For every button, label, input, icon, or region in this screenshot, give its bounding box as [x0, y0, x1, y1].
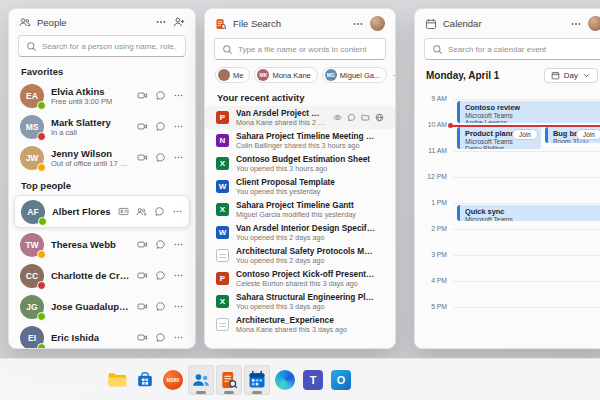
day-view-grid[interactable]: 9 AM10 AM11 AM12 PM1 PM2 PM3 PM4 PM5 PM … — [419, 87, 600, 345]
video-icon[interactable] — [137, 332, 148, 343]
person-row[interactable]: AF Albert Flores — [14, 195, 190, 228]
user-avatar[interactable] — [370, 16, 385, 31]
video-icon[interactable] — [137, 90, 148, 101]
eye-icon[interactable] — [333, 113, 342, 122]
onenote-file-icon: N — [216, 134, 229, 147]
more-icon[interactable] — [155, 16, 167, 28]
more-icon[interactable] — [173, 332, 184, 343]
file-row[interactable]: P Van Arsdel Project Overview... Mona Ka… — [205, 106, 395, 129]
more-icon[interactable] — [173, 90, 184, 101]
taskbar-outlook-icon[interactable]: O — [328, 365, 354, 395]
person-row[interactable]: CC Charlotte de Crum — [9, 260, 195, 291]
person-row[interactable]: EI Eric Ishida — [9, 322, 195, 349]
more-icon[interactable] — [352, 18, 364, 30]
chat-icon[interactable] — [347, 113, 356, 122]
file-row[interactable]: X Contoso Budget Estimation Sheet You op… — [205, 152, 395, 175]
folder-icon[interactable] — [361, 113, 370, 122]
person-filter-chip[interactable]: MG Miguel Ga... — [322, 67, 387, 83]
chat-icon[interactable] — [155, 270, 166, 281]
person-add-icon[interactable] — [173, 16, 185, 28]
taskbar-people-icon[interactable] — [188, 365, 214, 395]
people-search[interactable] — [18, 35, 186, 57]
person-name: Jose Guadalupe De la Torre — [51, 301, 130, 312]
more-icon[interactable] — [173, 301, 184, 312]
taskbar-explorer-icon[interactable] — [104, 365, 130, 395]
word-file-icon: W — [216, 226, 229, 239]
file-subtitle: You opened this yesterday — [236, 187, 335, 196]
more-icon[interactable] — [570, 18, 582, 30]
file-search-box[interactable] — [214, 38, 386, 60]
video-icon[interactable] — [137, 270, 148, 281]
more-icon[interactable] — [173, 121, 184, 132]
chat-icon[interactable] — [155, 90, 166, 101]
person-row[interactable]: JW Jenny Wilson Out of office until 17 J… — [9, 142, 195, 173]
file-row[interactable]: W Client Proposal Template You opened th… — [205, 175, 395, 198]
calendar-event[interactable]: Join Bug bash Room 31/32 Beata Zhao — [545, 127, 600, 143]
user-avatar[interactable] — [588, 16, 600, 31]
chat-icon[interactable] — [155, 332, 166, 343]
chat-icon[interactable] — [155, 121, 166, 132]
more-icon[interactable] — [172, 206, 183, 217]
person-filter-chip[interactable]: Me — [215, 67, 250, 83]
taskbar-filesearch-icon[interactable] — [216, 365, 242, 395]
calendar-date-row: Monday, April 1 Day — [415, 62, 600, 85]
person-row[interactable]: TW Theresa Webb — [9, 229, 195, 260]
calendar-widget: Calendar Monday, April 1 Day 9 AM10 AM11… — [414, 8, 600, 349]
view-selector-button[interactable]: Day — [544, 68, 598, 83]
more-people-chip[interactable]: +4 — [391, 71, 395, 80]
chat-icon[interactable] — [154, 206, 165, 217]
video-icon[interactable] — [137, 121, 148, 132]
person-actions — [137, 270, 184, 281]
person-filter-chip[interactable]: MK Mona Kane — [254, 67, 317, 83]
file-row[interactable]: W Van Arsdel Interior Design Specificati… — [205, 221, 395, 244]
chat-icon[interactable] — [155, 239, 166, 250]
join-button[interactable]: Join — [512, 129, 538, 140]
calendar-date-label: Monday, April 1 — [426, 70, 499, 81]
taskbar-edge-icon[interactable] — [272, 365, 298, 395]
join-button[interactable]: Join — [576, 129, 600, 140]
chat-icon[interactable] — [155, 152, 166, 163]
calendar-event[interactable]: Quick sync Microsoft Teams Cameron Evans — [457, 205, 600, 221]
person-actions — [118, 206, 183, 217]
current-time-dot — [448, 123, 453, 128]
person-name: Mark Slattery — [51, 117, 111, 128]
file-subtitle: Mona Kane shared this 3 days ago — [236, 325, 347, 334]
video-icon[interactable] — [137, 152, 148, 163]
calendar-event[interactable]: Contoso review Microsoft Teams Andre Law… — [457, 101, 600, 123]
file-row[interactable]: X Sahara Project Timeline Gantt Miguel G… — [205, 198, 395, 221]
file-row[interactable]: Architectural Safety Protocols Manual Yo… — [205, 244, 395, 267]
avatar: MG — [325, 69, 337, 81]
taskbar-calendar-icon[interactable] — [244, 365, 270, 395]
person-row[interactable]: JG Jose Guadalupe De la Torre — [9, 291, 195, 322]
video-icon[interactable] — [137, 301, 148, 312]
event-title: Quick sync — [465, 207, 600, 216]
calendar-event[interactable]: Join Product planning Microsoft Teams Da… — [457, 127, 541, 149]
powerpoint-file-icon: P — [216, 272, 229, 285]
card-icon[interactable] — [118, 206, 129, 217]
taskbar-teams-icon[interactable]: T — [300, 365, 326, 395]
person-actions — [137, 301, 184, 312]
more-icon[interactable] — [173, 239, 184, 250]
file-row[interactable]: N Sahara Project Timeline Meeting Notes … — [205, 129, 395, 152]
presence-badge — [37, 250, 46, 259]
video-icon[interactable] — [137, 239, 148, 250]
taskbar-m365-icon[interactable]: M365 — [160, 365, 186, 395]
hour-label: 5 PM — [419, 303, 447, 310]
file-row[interactable]: P Contoso Project Kick-off Presentation … — [205, 267, 395, 290]
globe-icon[interactable] — [375, 113, 384, 122]
file-row[interactable]: X Sahara Structural Engineering Plans Yo… — [205, 290, 395, 313]
people-search-input[interactable] — [42, 42, 178, 51]
more-icon[interactable] — [173, 152, 184, 163]
people-icon[interactable] — [136, 206, 147, 217]
file-search-input[interactable] — [238, 45, 378, 54]
person-name: Jenny Wilson — [51, 148, 130, 159]
more-icon[interactable] — [173, 270, 184, 281]
person-row[interactable]: MS Mark Slattery In a call — [9, 111, 195, 142]
file-row[interactable]: Architecture_Experience Mona Kane shared… — [205, 313, 395, 336]
calendar-search-box[interactable] — [424, 38, 600, 60]
taskbar-store-icon[interactable] — [132, 365, 158, 395]
excel-file-icon: X — [216, 203, 229, 216]
chat-icon[interactable] — [155, 301, 166, 312]
calendar-search-input[interactable] — [448, 45, 596, 54]
person-row[interactable]: EA Elvia Atkins Free until 3:00 PM — [9, 80, 195, 111]
